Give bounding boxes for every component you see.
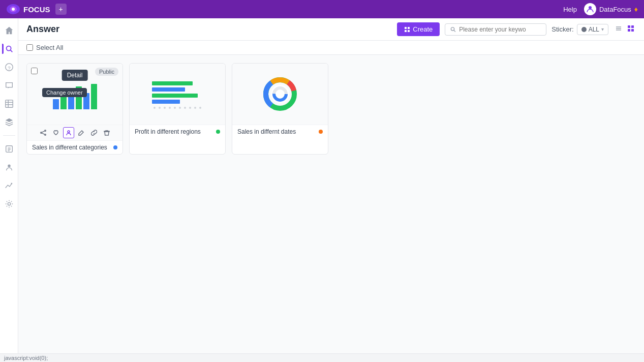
card-2-thumbnail — [130, 64, 225, 125]
svg-point-46 — [174, 107, 176, 109]
logo: FOCUS — [6, 4, 50, 15]
svg-rect-19 — [408, 27, 410, 29]
svg-point-17 — [8, 202, 10, 205]
topbar-right: Help DataFocus ♦ — [563, 3, 638, 15]
svg-line-35 — [42, 133, 45, 135]
svg-point-4 — [6, 46, 11, 51]
content-area: Answer Create Sticker: ALL ▾ — [18, 18, 644, 353]
search-input[interactable] — [459, 26, 541, 33]
svg-point-42 — [154, 107, 156, 109]
statusbar-text: javascript:void(0); — [4, 355, 48, 361]
sticker-select[interactable]: ALL ▾ — [577, 24, 608, 35]
svg-point-48 — [184, 107, 186, 109]
topbar: FOCUS + Help DataFocus ♦ — [0, 0, 644, 18]
svg-text:?: ? — [8, 65, 11, 71]
sidebar-item-user[interactable] — [2, 160, 16, 174]
svg-point-33 — [44, 134, 45, 135]
view-toggle — [614, 23, 636, 35]
svg-line-5 — [10, 50, 12, 52]
svg-point-44 — [164, 107, 166, 109]
svg-point-31 — [40, 132, 41, 133]
card-3-title: Sales in differnt dates — [237, 128, 316, 135]
card-3-thumbnail — [232, 64, 328, 125]
card-1-actions — [27, 125, 122, 140]
card-1[interactable]: Public Detail Chan — [26, 63, 123, 155]
card-1-title: Sales in different categories — [32, 144, 110, 151]
svg-point-3 — [589, 6, 592, 9]
topbar-left: FOCUS + — [6, 4, 67, 15]
grid-view-button[interactable] — [626, 23, 636, 35]
svg-point-47 — [179, 107, 181, 109]
list-view-button[interactable] — [614, 23, 624, 35]
donut-chart — [262, 76, 298, 112]
logo-icon — [6, 4, 20, 15]
search-box[interactable] — [445, 23, 546, 36]
search-icon — [450, 26, 456, 33]
svg-point-16 — [8, 165, 10, 167]
user-name: DataFocus — [599, 6, 631, 13]
card-1-status-dot — [113, 145, 117, 149]
card-1-badge: Public — [95, 68, 118, 76]
svg-line-23 — [454, 30, 456, 32]
svg-rect-30 — [631, 29, 634, 32]
sidebar-item-settings[interactable] — [2, 197, 16, 211]
card-3[interactable]: Sales in differnt dates — [232, 63, 328, 155]
sidebar-divider — [3, 135, 15, 136]
svg-rect-21 — [408, 30, 410, 32]
svg-point-36 — [68, 131, 70, 133]
create-button[interactable]: Create — [397, 22, 440, 36]
svg-point-45 — [169, 107, 171, 109]
svg-rect-39 — [152, 87, 185, 92]
add-tab-button[interactable]: + — [55, 4, 67, 15]
card-2-footer: Profit in different regions — [130, 125, 225, 138]
card-1-footer: Sales in different categories — [27, 140, 122, 154]
card-2[interactable]: Profit in different regions — [129, 63, 226, 155]
sidebar-item-tasks[interactable] — [2, 142, 16, 156]
svg-rect-20 — [405, 30, 407, 32]
sidebar-item-search[interactable] — [2, 42, 16, 56]
sidebar-item-layers[interactable] — [2, 115, 16, 129]
svg-line-34 — [42, 131, 45, 133]
svg-rect-38 — [152, 81, 193, 85]
svg-point-22 — [451, 27, 454, 30]
delete-button[interactable] — [101, 127, 112, 138]
card-2-status-dot — [216, 130, 220, 134]
svg-rect-37 — [104, 131, 109, 132]
subheader: Answer Create Sticker: ALL ▾ — [18, 18, 644, 41]
logo-text: FOCUS — [23, 5, 50, 14]
grid-area: Public Detail Chan — [18, 55, 644, 353]
toolbar-row: Select All — [18, 41, 644, 55]
sidebar-item-home[interactable] — [2, 23, 16, 38]
cards-grid: Public Detail Chan — [26, 63, 636, 155]
svg-rect-41 — [152, 100, 180, 104]
link-button[interactable] — [88, 127, 100, 138]
change-owner-button[interactable] — [63, 127, 74, 138]
svg-point-2 — [12, 8, 15, 11]
edit-button[interactable] — [76, 127, 87, 138]
avatar — [584, 3, 596, 15]
select-all-checkbox[interactable] — [26, 44, 33, 51]
sidebar-item-analytics[interactable] — [2, 178, 16, 193]
svg-rect-28 — [631, 25, 634, 28]
svg-point-43 — [159, 107, 161, 109]
svg-rect-29 — [628, 29, 630, 32]
share-button[interactable] — [38, 127, 49, 138]
card-2-title: Profit in different regions — [135, 128, 213, 135]
select-all-label[interactable]: Select All — [26, 44, 63, 51]
svg-point-49 — [189, 107, 191, 109]
like-button[interactable] — [50, 127, 62, 138]
sidebar-item-table[interactable] — [2, 97, 16, 111]
sidebar-item-question[interactable]: ? — [2, 60, 16, 74]
svg-rect-8 — [5, 100, 12, 107]
help-button[interactable]: Help — [563, 6, 577, 13]
svg-rect-40 — [152, 94, 198, 98]
sticker-value: ALL — [589, 26, 599, 33]
card-3-status-dot — [319, 130, 323, 134]
svg-rect-12 — [6, 146, 12, 153]
card-1-checkbox[interactable] — [31, 68, 38, 74]
user-area[interactable]: DataFocus ♦ — [584, 3, 638, 15]
chevron-down-icon: ▾ — [601, 26, 604, 32]
page-title: Answer — [26, 24, 59, 35]
sticker-area: Sticker: ALL ▾ — [551, 24, 608, 35]
sidebar-item-chat[interactable] — [2, 78, 16, 93]
